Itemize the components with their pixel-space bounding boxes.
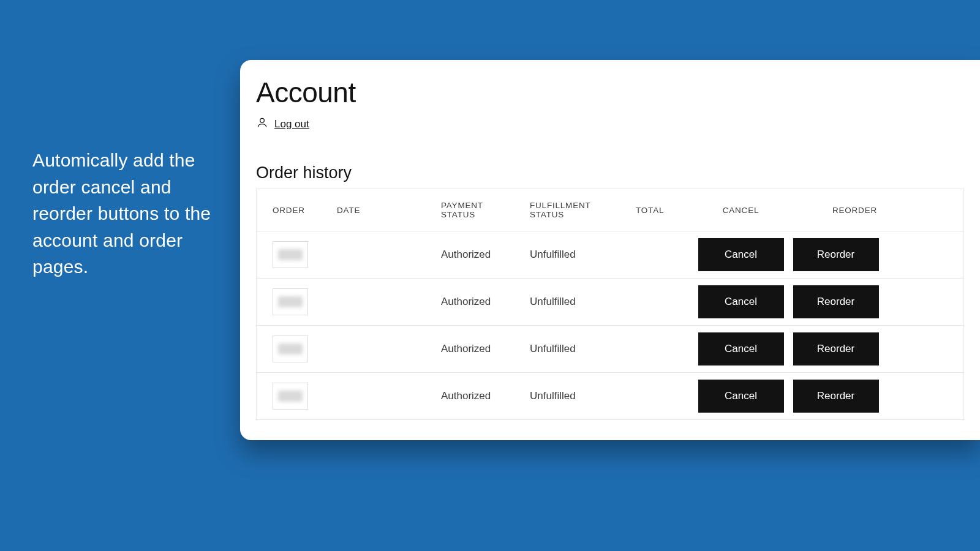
col-payment-status: PAYMENT STATUS <box>425 201 514 219</box>
cell-order <box>257 335 321 362</box>
cell-reorder: Reorder <box>788 380 883 413</box>
cancel-button[interactable]: Cancel <box>698 238 784 271</box>
svg-point-0 <box>260 118 265 122</box>
order-history-title: Order history <box>256 163 964 182</box>
order-link[interactable] <box>273 383 308 410</box>
col-reorder: REORDER <box>788 206 883 215</box>
reorder-button[interactable]: Reorder <box>793 332 879 365</box>
cell-fulfillment-status: Unfulfilled <box>514 296 620 308</box>
cancel-button[interactable]: Cancel <box>698 285 784 318</box>
redacted-text <box>278 249 303 260</box>
cell-order <box>257 383 321 410</box>
reorder-button[interactable]: Reorder <box>793 380 879 413</box>
col-fulfillment-status: FULFILLMENT STATUS <box>514 201 620 219</box>
col-date: DATE <box>321 206 425 215</box>
marketing-caption: Automically add the order cancel and reo… <box>32 147 228 280</box>
page-title: Account <box>256 76 964 109</box>
cell-order <box>257 288 321 315</box>
table-header-row: ORDER DATE PAYMENT STATUS FULFILLMENT ST… <box>257 189 963 231</box>
col-total: TOTAL <box>620 206 693 215</box>
user-icon <box>256 116 268 132</box>
col-order: ORDER <box>257 206 321 215</box>
logout-label: Log out <box>274 118 309 130</box>
logout-link[interactable]: Log out <box>256 116 309 132</box>
cell-cancel: Cancel <box>693 285 788 318</box>
cell-fulfillment-status: Unfulfilled <box>514 343 620 355</box>
cell-fulfillment-status: Unfulfilled <box>514 249 620 261</box>
table-row: Authorized Unfulfilled Cancel Reorder <box>257 326 963 373</box>
table-row: Authorized Unfulfilled Cancel Reorder <box>257 373 963 420</box>
order-link[interactable] <box>273 335 308 362</box>
cell-cancel: Cancel <box>693 238 788 271</box>
cell-reorder: Reorder <box>788 238 883 271</box>
table-row: Authorized Unfulfilled Cancel Reorder <box>257 279 963 326</box>
col-cancel: CANCEL <box>693 206 788 215</box>
cell-cancel: Cancel <box>693 380 788 413</box>
order-history-table: ORDER DATE PAYMENT STATUS FULFILLMENT ST… <box>256 189 964 420</box>
cancel-button[interactable]: Cancel <box>698 380 784 413</box>
cell-payment-status: Authorized <box>425 249 514 261</box>
cancel-button[interactable]: Cancel <box>698 332 784 365</box>
cell-reorder: Reorder <box>788 332 883 365</box>
cell-reorder: Reorder <box>788 285 883 318</box>
cell-payment-status: Authorized <box>425 343 514 355</box>
reorder-button[interactable]: Reorder <box>793 238 879 271</box>
order-link[interactable] <box>273 288 308 315</box>
cell-payment-status: Authorized <box>425 390 514 402</box>
cell-cancel: Cancel <box>693 332 788 365</box>
account-card: Account Log out Order history ORDER DATE… <box>240 60 980 440</box>
redacted-text <box>278 343 303 354</box>
table-row: Authorized Unfulfilled Cancel Reorder <box>257 231 963 279</box>
cell-fulfillment-status: Unfulfilled <box>514 390 620 402</box>
reorder-button[interactable]: Reorder <box>793 285 879 318</box>
redacted-text <box>278 391 303 402</box>
cell-order <box>257 241 321 268</box>
cell-payment-status: Authorized <box>425 296 514 308</box>
redacted-text <box>278 296 303 307</box>
order-link[interactable] <box>273 241 308 268</box>
